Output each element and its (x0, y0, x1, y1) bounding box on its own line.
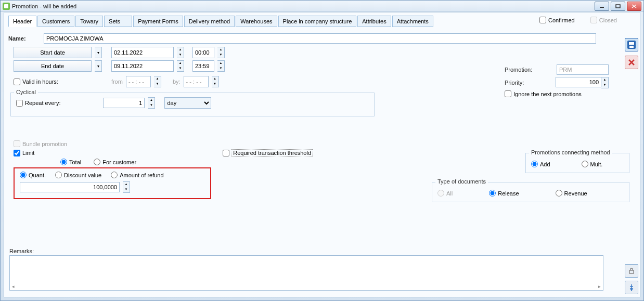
ignore-next-checkbox[interactable]: Ignore the next promotions (505, 90, 609, 97)
right-details: Promotion: Priority: ▲▼ Ignore the next … (505, 64, 609, 97)
from-time-input[interactable] (126, 76, 151, 87)
tab-towary[interactable]: Towary (75, 16, 103, 27)
save-button[interactable] (625, 38, 638, 51)
titlebar: Promotion - will be added (1, 1, 643, 12)
amount-refund-radio[interactable]: Amount of refund (111, 172, 163, 178)
end-date-button[interactable]: End date (14, 60, 92, 72)
tab-place-structure[interactable]: Place in company structure (278, 16, 357, 27)
for-customer-radio[interactable]: For customer (94, 159, 136, 165)
minimize-button[interactable] (595, 2, 609, 11)
limit-value-spinner[interactable]: ▲▼ (123, 181, 130, 193)
promotion-label: Promotion: (505, 67, 532, 73)
window-title: Promotion - will be added (12, 3, 641, 9)
doc-type-fieldset: Type of documents All Release Revenue (432, 182, 629, 202)
priority-label: Priority: (505, 80, 524, 86)
quant-radio[interactable]: Quant. (20, 172, 46, 178)
svg-rect-11 (629, 270, 634, 273)
repeat-unit-select[interactable]: day (164, 97, 211, 109)
tab-delivery-method[interactable]: Delivery method (184, 16, 235, 27)
by-label: by: (173, 78, 181, 85)
content-area: Confirmed Closed Header Customers Towary… (4, 12, 640, 297)
name-input[interactable] (44, 33, 596, 44)
doc-release-radio[interactable]: Release (489, 190, 519, 197)
doc-all-radio: All (437, 190, 453, 197)
doc-type-legend: Type of documents (435, 178, 488, 185)
tab-sets[interactable]: Sets (104, 16, 132, 27)
by-time-input[interactable] (184, 76, 209, 87)
pin-button[interactable] (625, 281, 638, 294)
promotion-code-input (557, 64, 609, 75)
end-time-spinner[interactable]: ▲▼ (217, 60, 225, 72)
doc-revenue-radio[interactable]: Revenue (556, 190, 587, 197)
remarks-label: Remarks: (9, 248, 34, 254)
tab-header[interactable]: Header (8, 16, 36, 27)
end-date-spinner[interactable]: ▲▼ (177, 60, 184, 72)
by-time-spinner[interactable]: ▲▼ (212, 76, 219, 87)
end-time-input[interactable] (192, 60, 214, 72)
remarks-textarea[interactable]: ◂ ▸ (9, 255, 603, 291)
closed-checkbox: Closed (590, 17, 617, 23)
tab-customers[interactable]: Customers (37, 16, 74, 27)
repeat-checkbox[interactable]: Repeat every: (16, 100, 60, 107)
scroll-right-icon[interactable]: ▸ (598, 284, 601, 289)
discount-value-radio[interactable]: Discount value (55, 172, 101, 178)
lock-button[interactable] (625, 264, 638, 278)
cyclical-fieldset: Cyclical Repeat every: ▲▼ day (10, 93, 375, 116)
from-time-spinner[interactable]: ▲▼ (154, 76, 161, 87)
conn-method-legend: Promotions connecting method (529, 149, 612, 155)
svg-rect-7 (629, 42, 634, 45)
repeat-value-input[interactable] (103, 98, 145, 108)
required-threshold-checkbox[interactable]: Required transaction threshold (223, 149, 313, 156)
cyclical-legend: Cyclical (14, 89, 38, 95)
start-time-input[interactable] (192, 47, 214, 58)
bundle-checkbox: Bundle promotion (14, 140, 636, 147)
cancel-button[interactable] (625, 56, 638, 69)
priority-spinner[interactable]: ▲▼ (601, 77, 609, 88)
start-date-button[interactable]: Start date (14, 47, 92, 58)
start-date-dropdown-icon[interactable]: ▾ (95, 47, 102, 58)
close-button[interactable] (627, 2, 641, 11)
total-radio[interactable]: Total (60, 159, 81, 165)
tab-attributes[interactable]: Attributes (357, 16, 391, 27)
limit-highlight-box: Quant. Discount value Amount of refund ▲… (14, 167, 211, 199)
limit-checkbox[interactable]: Limit (14, 150, 34, 156)
end-date-input[interactable] (111, 60, 174, 72)
start-date-input[interactable] (111, 47, 174, 58)
limit-value-input[interactable] (20, 182, 120, 192)
status-checks: Confirmed Closed (539, 17, 617, 23)
promotion-window: Promotion - will be added Confirmed Clos… (0, 0, 644, 301)
connecting-method-fieldset: Promotions connecting method Add Mult. (525, 153, 629, 173)
end-date-dropdown-icon[interactable]: ▾ (95, 60, 102, 72)
conn-add-radio[interactable]: Add (531, 161, 550, 167)
app-icon (3, 3, 10, 10)
priority-input[interactable] (556, 77, 601, 87)
svg-rect-1 (4, 4, 8, 8)
valid-hours-checkbox[interactable]: Valid in hours: (14, 78, 58, 85)
name-label: Name: (8, 35, 41, 42)
scroll-left-icon[interactable]: ◂ (12, 284, 15, 289)
svg-rect-8 (629, 46, 634, 48)
repeat-spinner[interactable]: ▲▼ (148, 97, 155, 109)
svg-rect-3 (616, 5, 620, 8)
confirmed-checkbox[interactable]: Confirmed (539, 17, 575, 23)
tab-payment-forms[interactable]: Payment Forms (133, 16, 183, 27)
start-time-spinner[interactable]: ▲▼ (217, 47, 225, 58)
tab-warehouses[interactable]: Warehouses (236, 16, 277, 27)
maximize-button[interactable] (611, 2, 625, 11)
start-date-spinner[interactable]: ▲▼ (177, 47, 184, 58)
tab-attachments[interactable]: Attachments (392, 16, 433, 27)
conn-mult-radio[interactable]: Mult. (582, 161, 603, 167)
from-label: from (111, 78, 123, 85)
